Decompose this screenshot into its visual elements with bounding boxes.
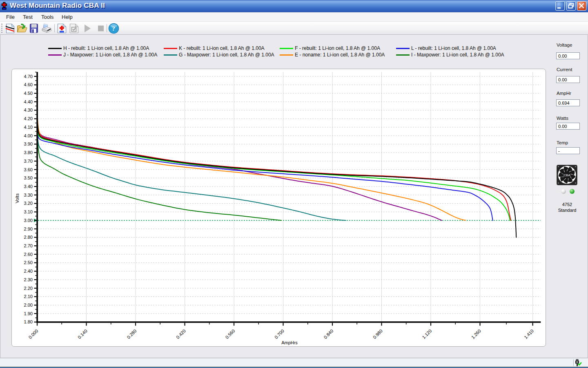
svg-text:1.260: 1.260 (470, 328, 482, 340)
svg-text:3.50: 3.50 (24, 175, 33, 180)
svg-text:CBA: CBA (564, 173, 570, 177)
svg-text:2.50: 2.50 (24, 260, 33, 265)
svg-text:3.20: 3.20 (24, 201, 33, 206)
svg-text:1.80: 1.80 (24, 319, 33, 324)
svg-text:1.90: 1.90 (24, 311, 33, 316)
svg-text:0.560: 0.560 (224, 328, 236, 340)
svg-text:2.20: 2.20 (24, 286, 33, 291)
svg-text:3.70: 3.70 (24, 159, 33, 164)
svg-text:2.70: 2.70 (24, 243, 33, 248)
svg-text:2.60: 2.60 (24, 252, 33, 257)
svg-text:4.00: 4.00 (24, 133, 33, 138)
svg-text:3.40: 3.40 (24, 184, 33, 189)
svg-text:0.000: 0.000 (27, 328, 39, 340)
svg-text:2.80: 2.80 (24, 235, 33, 240)
svg-text:0.280: 0.280 (126, 328, 137, 340)
svg-text:Volts: Volts (15, 193, 20, 203)
svg-text:3.90: 3.90 (24, 141, 33, 146)
svg-text:0.700: 0.700 (274, 328, 285, 340)
svg-text:4.60: 4.60 (24, 82, 33, 87)
svg-text:3.80: 3.80 (24, 150, 33, 155)
svg-text:1.120: 1.120 (421, 328, 432, 340)
svg-text:4.10: 4.10 (24, 125, 33, 130)
svg-text:4.70: 4.70 (24, 74, 33, 79)
svg-text:0.420: 0.420 (175, 328, 187, 340)
svg-text:4.50: 4.50 (24, 91, 33, 96)
svg-text:3.10: 3.10 (24, 209, 33, 214)
svg-text:4.20: 4.20 (24, 116, 33, 121)
svg-text:2.30: 2.30 (24, 277, 33, 282)
svg-text:3.60: 3.60 (24, 167, 33, 172)
svg-text:2.40: 2.40 (24, 269, 33, 274)
svg-text:3.30: 3.30 (24, 193, 33, 197)
svg-text:2.00: 2.00 (24, 303, 33, 307)
svg-text:AmpHrs: AmpHrs (281, 340, 298, 345)
svg-text:4.30: 4.30 (24, 108, 33, 112)
svg-text:3.00: 3.00 (24, 218, 33, 223)
svg-text:4.40: 4.40 (24, 99, 33, 104)
svg-text:0.980: 0.980 (372, 328, 383, 340)
svg-text:2.10: 2.10 (24, 294, 33, 299)
svg-text:0.840: 0.840 (323, 328, 334, 340)
svg-text:0.140: 0.140 (77, 328, 88, 340)
svg-text:2.90: 2.90 (24, 227, 33, 231)
svg-text:?: ? (112, 25, 115, 32)
svg-text:1.410: 1.410 (523, 328, 535, 340)
